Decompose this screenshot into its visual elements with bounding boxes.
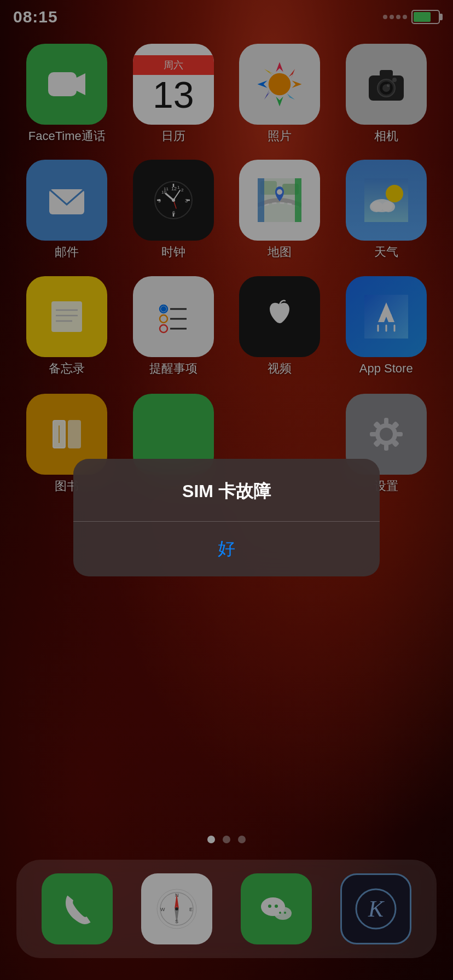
alert-overlay: SIM 卡故障 好: [0, 0, 453, 980]
alert-title: SIM 卡故障: [73, 459, 380, 522]
alert-ok-button[interactable]: 好: [73, 522, 380, 576]
alert-box: SIM 卡故障 好: [73, 459, 380, 576]
